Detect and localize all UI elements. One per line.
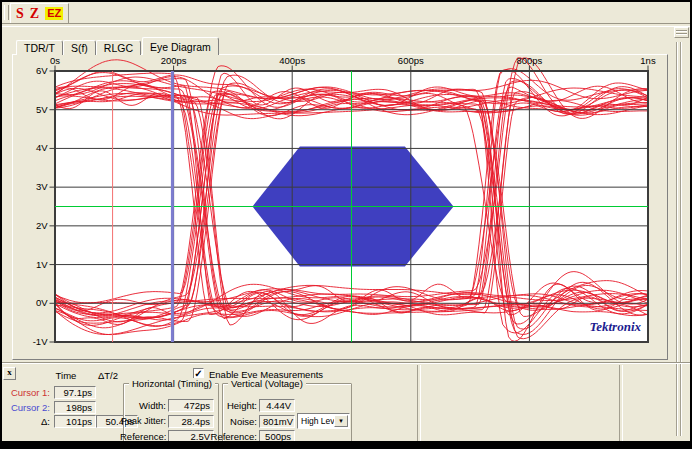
horizontal-timing-title: Horizontal (Timing) — [129, 378, 215, 389]
splitter-grip-icon[interactable] — [674, 27, 689, 38]
h-reference-label: Reference: — [120, 430, 166, 441]
close-panel-button[interactable]: x — [3, 367, 16, 380]
toolbar-separator — [2, 23, 690, 27]
y-axis-tick-label: 3V — [36, 181, 48, 192]
toolbar: S Z EZ — [2, 2, 690, 23]
cursor1-time-value: 97.1ps — [54, 386, 96, 399]
y-axis-tick-label: 0V — [36, 297, 48, 308]
grip-line — [676, 30, 687, 31]
logo-ez-icon: EZ — [45, 7, 63, 20]
panel-divider — [417, 365, 421, 441]
tab-rlgc[interactable]: RLGC — [96, 40, 141, 55]
noise-label: Noise: — [223, 415, 257, 428]
horizontal-timing-group: Horizontal (Timing) Width: 472ps Peak Ji… — [123, 383, 219, 441]
cursor1-label: Cursor 1: — [2, 386, 50, 399]
y-axis-tick-label: 4V — [36, 142, 48, 153]
v-reference-value: 500ps — [259, 430, 295, 441]
dropdown-arrow-icon[interactable] — [334, 415, 348, 427]
grip-line — [676, 33, 687, 34]
tab-bar: TDR/T S(f) RLGC Eye Diagram — [16, 37, 220, 55]
peak-jitter-label: Peak Jitter: — [116, 415, 166, 428]
logo-z-icon: Z — [30, 7, 39, 21]
measurement-panel: x Time ΔT/2 Cursor 1: 97.1ps Cursor 2: 1… — [2, 362, 690, 441]
y-axis-tick-label: 2V — [36, 220, 48, 231]
tab-s-f[interactable]: S(f) — [63, 40, 96, 55]
toolbar-gripper[interactable] — [4, 5, 9, 20]
tab-tdr-t[interactable]: TDR/T — [16, 40, 63, 55]
noise-level-dropdown[interactable]: High Level — [297, 413, 350, 429]
client-area: S Z EZ TDR/T S(f) RLGC Eye Diagram 0s200… — [2, 2, 690, 441]
cursor2-label: Cursor 2: — [2, 401, 50, 414]
app-logo: S Z EZ — [10, 3, 69, 24]
x-axis-tick-label: 800ps — [516, 55, 542, 66]
eye-diagram-plot[interactable]: 0s200ps400ps600ps800ps1ns6V5V4V3V2V1V0V-… — [13, 55, 667, 359]
width-value: 472ps — [168, 399, 214, 412]
x-axis-tick-label: 600ps — [398, 55, 424, 66]
noise-value: 801mV — [259, 415, 295, 428]
x-axis-tick-label: 1ns — [640, 55, 656, 66]
v-reference-label: Reference: — [209, 430, 257, 441]
height-label: Height: — [223, 399, 257, 412]
app-window: S Z EZ TDR/T S(f) RLGC Eye Diagram 0s200… — [0, 0, 692, 449]
x-axis-tick-label: 0s — [50, 55, 60, 66]
panel-divider — [619, 365, 623, 441]
delta-label: Δ: — [2, 415, 50, 428]
peak-jitter-value: 28.4ps — [168, 415, 214, 428]
height-value: 4.44V — [259, 399, 295, 412]
eye-diagram-page: 0s200ps400ps600ps800ps1ns6V5V4V3V2V1V0V-… — [12, 54, 668, 360]
y-axis-tick-label: 5V — [36, 104, 48, 115]
h-reference-value: 2.5V — [168, 430, 214, 441]
tab-eye-diagram[interactable]: Eye Diagram — [142, 37, 219, 55]
delta-t-half-column-header: ΔT/2 — [88, 370, 128, 381]
y-axis-tick-label: -1V — [33, 336, 48, 347]
x-axis-tick-label: 200ps — [161, 55, 187, 66]
logo-s-icon: S — [16, 7, 24, 21]
vertical-voltage-group: Vertical (Voltage) Height: 4.44V Noise: … — [222, 383, 352, 441]
y-axis-tick-label: 6V — [36, 65, 48, 76]
width-label: Width: — [126, 399, 166, 412]
vertical-voltage-title: Vertical (Voltage) — [228, 378, 306, 389]
x-axis-tick-label: 400ps — [279, 55, 305, 66]
y-axis-tick-label: 1V — [36, 259, 48, 270]
time-column-header: Time — [48, 370, 84, 381]
tektronix-watermark: Tektronix — [589, 319, 641, 334]
delta-time-value: 101ps — [54, 415, 96, 428]
cursor2-time-value: 198ps — [54, 401, 96, 414]
